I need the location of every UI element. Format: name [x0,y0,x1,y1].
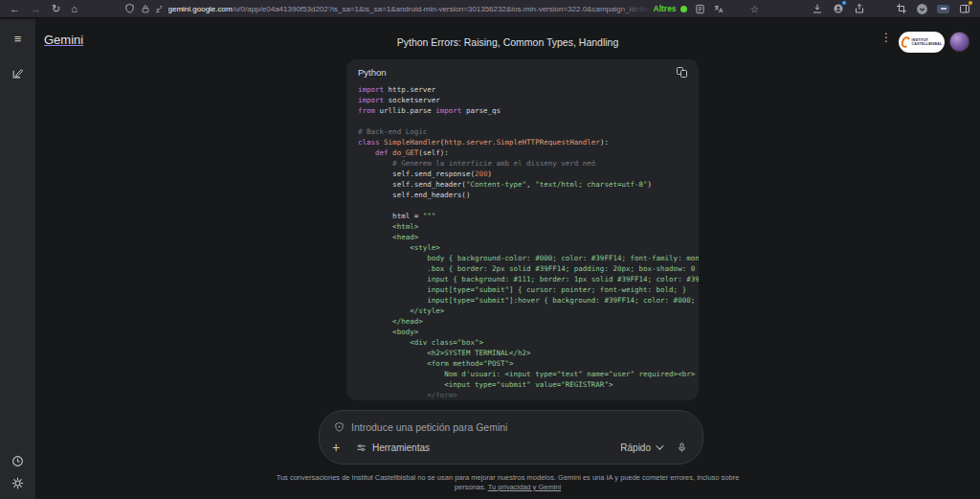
forward-icon[interactable]: → [31,0,41,18]
model-label: Rápido [620,442,651,453]
privacy-link[interactable]: Tu privacidad y Gemini [488,483,561,491]
add-attachment-button[interactable]: + [332,440,347,455]
permission-icon[interactable]: zz [156,4,163,14]
browser-toolbar: ← → ↻ ⌂ zz gemini.google.com/u/0/app/e04… [0,0,980,18]
prompt-input-bar[interactable]: Introduce una petición para Gemini + Her… [319,410,703,465]
browser-nav: ← → ↻ ⌂ [0,0,124,18]
share-icon[interactable] [853,3,865,15]
avatar[interactable] [949,32,969,52]
home-icon[interactable]: ⌂ [71,0,78,18]
lock-icon[interactable] [141,4,150,14]
back-icon[interactable]: ← [10,0,20,18]
toolbar-extensions [811,3,980,15]
menu-hamburger-icon[interactable]: ≡ [14,32,22,46]
translate-icon[interactable] [713,4,724,14]
new-chat-icon[interactable] [11,67,24,79]
url-fade [617,5,652,13]
url-security-icons: zz [124,3,163,14]
sidebar: ≡ [0,19,35,499]
code-block: Python import http.serverimport socketse… [346,59,699,400]
mic-button[interactable] [677,442,687,454]
container-tab-label: Altres [654,4,677,13]
shield-icon[interactable] [124,3,135,14]
extensions-icon[interactable] [874,3,886,15]
url-bar[interactable]: zz gemini.google.com/u/0/app/e04a41390f5… [124,0,775,18]
privacy-extension-icon[interactable] [916,3,928,15]
tools-button[interactable]: Herramientas [356,442,430,453]
notification-dot [842,1,846,5]
screenshot-crop-icon[interactable] [895,3,907,15]
mic-icon [677,442,687,454]
code-language-label: Python [358,67,387,78]
reload-icon[interactable]: ↻ [52,0,60,18]
url-path: /u/0/app/e04a41390f53d202?is_sa=1&is_sa=… [233,5,652,13]
account-extension-icon[interactable] [832,3,844,15]
chevron-down-icon [656,442,663,449]
kebab-menu-icon[interactable]: ⋮ [880,31,892,44]
containers-grid-icon[interactable] [732,3,744,14]
privacy-shield-icon [334,421,345,433]
model-selector[interactable]: Rápido [620,442,661,453]
code-content: import http.serverimport socketserverfro… [346,81,699,400]
panel-extension-icon[interactable] [937,3,949,15]
settings-gear-icon[interactable] [11,477,24,489]
code-block-header: Python [346,59,699,81]
gemini-page: ≡ Gemini Python Errors: Raising, Common … [0,19,980,499]
container-tab-dot [680,6,687,12]
reader-mode-icon[interactable] [695,4,705,14]
organization-badge[interactable]: INSTITUT CASTELLBISBAL [899,32,945,53]
copy-code-icon[interactable] [677,67,687,78]
downloads-icon[interactable] [811,3,823,15]
disclaimer-line2: personas. [455,483,488,491]
url-text[interactable]: gemini.google.com/u/0/app/e04a41390f53d2… [168,5,652,13]
url-host: gemini.google.com [168,5,233,13]
bookmark-star-icon[interactable]: ☆ [750,4,759,14]
tune-icon [356,442,367,453]
organization-logo-icon [900,35,912,49]
disclaimer-line1: Tus conversaciones de Institut Castellbi… [277,473,740,482]
history-icon[interactable] [11,455,24,467]
update-dot [969,1,972,5]
disclaimer: Tus conversaciones de Institut Castellbi… [35,473,980,492]
org-name-line2: CASTELLBISBAL [912,42,943,46]
prompt-input[interactable]: Introduce una petición para Gemini [351,421,507,433]
tools-label: Herramientas [372,442,430,453]
sidebar-toggle-icon[interactable] [958,3,970,15]
chat-title: Python Errors: Raising, Common Types, Ha… [35,36,980,48]
